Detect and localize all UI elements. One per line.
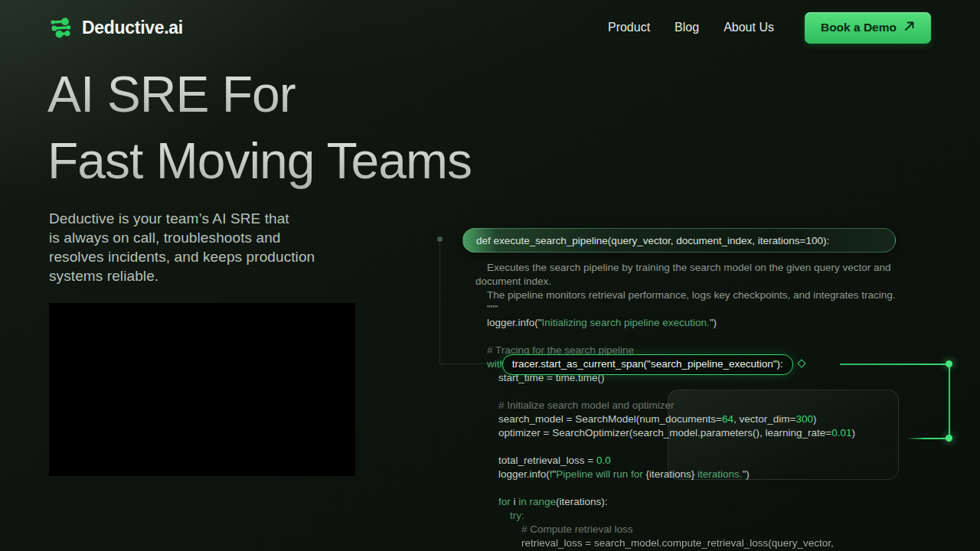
book-a-demo-label: Book a Demo [821,21,897,34]
code-line: """ [475,302,896,316]
nav-link-blog[interactable]: Blog [675,21,699,34]
code-token: search_model = SearchModel(num_documents… [498,413,722,425]
code-token: document index. [475,276,551,287]
main-nav: Product Blog About Us Book a Demo [608,12,931,44]
code-line: with tracer.start_as_current_span("searc… [475,357,896,371]
code-token: """ [487,303,498,315]
code-token: optimizer = SearchOptimizer(search_model… [498,427,831,439]
code-token: total_retrieval_loss = [498,455,596,466]
code-token: in range [518,496,556,507]
code-token: ) [851,427,855,439]
code-def-line: def execute_search_pipeline(query_vector… [476,235,829,246]
connector-line-vertical [949,365,950,438]
connector-line-faint-vertical [439,242,440,364]
code-lines: Executes the search pipeline by training… [475,261,896,550]
connector-dot-bottom [946,435,952,442]
logo-network-icon [49,18,75,38]
code-token: iterations. [694,468,742,480]
code-line: document index. [475,275,896,289]
logo-text: Deductive.ai [82,18,183,38]
code-token: logger.info( [498,468,550,480]
nav-link-about-us[interactable]: About Us [724,21,774,34]
code-token: ) [813,413,817,425]
landing-page: Deductive.ai Product Blog About Us Book … [0,0,980,551]
header: Deductive.ai Product Blog About Us Book … [0,0,980,55]
code-line: search_model = SearchModel(num_documents… [475,412,896,426]
code-token: 0.01 [831,427,851,439]
code-line: The pipeline monitors retrieval performa… [475,289,896,302]
code-token: {iterations} [645,468,694,480]
code-token: for [498,496,514,507]
code-token: ") [743,468,750,480]
code-token: # Initialize search model and optimizer [498,399,675,411]
code-blank-line [475,330,896,344]
code-line: logger.info("Initializing search pipelin… [475,316,896,330]
code-token: try: [510,510,524,521]
code-token: , vector_dim= [733,413,795,425]
code-line: # Compute retrieval loss [475,523,896,536]
code-line: optimizer = SearchOptimizer(search_model… [475,426,896,440]
code-token: (iterations): [556,496,608,507]
code-token: Initializing search pipeline execution. [542,317,710,328]
code-token: retrieval_loss = search_model.compute_re… [521,537,834,549]
code-line: try: [475,509,896,523]
code-token: The pipeline monitors retrieval performa… [487,289,896,301]
code-line: retrieval_loss = search_model.compute_re… [475,536,896,550]
nav-link-product[interactable]: Product [608,21,650,34]
connector-dot-faint [437,236,443,242]
code-token: Pipeline will run for [556,468,645,480]
code-blank-line [475,385,896,399]
code-token: 300 [795,413,813,425]
code-token: Executes the search pipeline by training… [487,262,891,273]
code-token: logger.info(" [487,317,542,328]
book-a-demo-button[interactable]: Book a Demo [805,12,931,44]
code-blank-line [475,440,896,454]
connector-line-horizontal-bottom [906,438,948,439]
code-token: ") [710,317,717,328]
arrow-up-right-icon [903,21,915,35]
code-def-pill: def execute_search_pipeline(query_vector… [462,228,896,253]
code-line: for i in range(iterations): [475,495,896,509]
code-line: total_retrieval_loss = 0.0 [475,454,896,468]
diamond-connector-icon [797,359,805,367]
code-blank-line [475,481,896,495]
code-token: 0.0 [596,455,611,466]
code-line: # Initialize search model and optimizer [475,399,896,412]
code-span-pill: tracer.start_as_current_span("search_pip… [502,354,793,375]
logo[interactable]: Deductive.ai [49,18,183,38]
code-snippet: def execute_search_pipeline(query_vector… [0,0,980,551]
code-token: # Compute retrieval loss [521,523,633,535]
code-line: logger.info(f"Pipeline will run for {ite… [475,468,896,481]
code-token: 64 [722,413,733,425]
code-line: Executes the search pipeline by training… [475,261,896,275]
connector-dot-top [946,360,952,367]
